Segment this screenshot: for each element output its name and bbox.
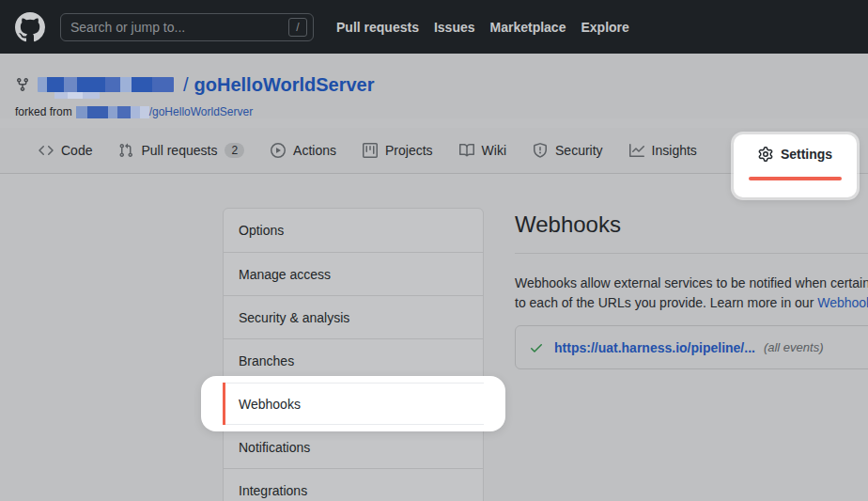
code-icon <box>39 143 54 158</box>
settings-sidebar: Options Manage access Security & analysi… <box>223 208 484 501</box>
redacted-owner-name[interactable] <box>38 77 174 92</box>
repo-forked-icon <box>15 77 30 92</box>
repo-header: / goHelloWorldServer forked from /goHell… <box>0 54 868 118</box>
shield-icon <box>533 143 548 158</box>
tab-security[interactable]: Security <box>519 128 616 173</box>
tab-label: Pull requests <box>141 143 217 158</box>
nav-issues[interactable]: Issues <box>426 20 483 35</box>
webhooks-panel: Webhooks Webhooks allow external service… <box>515 184 868 369</box>
webhook-url-link[interactable]: https://uat.harness.io/pipeline/... <box>554 340 755 355</box>
slash-shortcut-key: / <box>288 18 307 37</box>
nav-pull-requests[interactable]: Pull requests <box>329 20 426 35</box>
page-title: Webhooks <box>515 211 868 238</box>
repo-breadcrumb: / goHelloWorldServer <box>15 72 868 97</box>
repo-name-link[interactable]: goHelloWorldServer <box>194 74 375 96</box>
selected-item-marker <box>223 383 225 425</box>
search-input[interactable] <box>70 20 258 35</box>
sidebar-item-security-analysis[interactable]: Security & analysis <box>224 295 483 338</box>
tab-insights[interactable]: Insights <box>616 128 710 173</box>
sidebar-item-options[interactable]: Options <box>224 209 483 252</box>
nav-marketplace[interactable]: Marketplace <box>483 20 574 35</box>
sidebar-item-label: Security & analysis <box>239 310 349 325</box>
description-line-2: to each of the URLs you provide. Learn m… <box>515 293 868 313</box>
book-icon <box>459 143 474 158</box>
sidebar-item-manage-access[interactable]: Manage access <box>224 252 483 295</box>
nav-explore[interactable]: Explore <box>573 20 636 35</box>
parent-repo-link[interactable]: /goHelloWorldServer <box>149 105 254 118</box>
tab-code[interactable]: Code <box>25 128 105 173</box>
header-nav: Pull requests Issues Marketplace Explore <box>329 20 637 35</box>
webhook-list-item: https://uat.harness.io/pipeline/... (all… <box>515 325 868 369</box>
tab-label: Settings <box>781 147 832 162</box>
redacted-parent-owner <box>76 106 149 118</box>
sidebar-item-label: Integrations <box>239 483 307 498</box>
forked-from-line: forked from /goHelloWorldServer <box>15 105 868 118</box>
title-divider <box>515 253 868 254</box>
sidebar-item-label: Options <box>239 223 284 238</box>
github-settings-page: / Pull requests Issues Marketplace Explo… <box>0 0 868 501</box>
webhooks-description: Webhooks allow external services to be n… <box>515 274 868 313</box>
global-header: / Pull requests Issues Marketplace Explo… <box>0 0 868 54</box>
sidebar-item-label: Notifications <box>239 440 310 455</box>
tab-pull-requests[interactable]: Pull requests 2 <box>105 128 257 173</box>
breadcrumb-separator: / <box>183 74 189 96</box>
description-line-1: Webhooks allow external services to be n… <box>515 274 868 293</box>
pull-requests-count-badge: 2 <box>225 143 244 158</box>
sidebar-item-integrations[interactable]: Integrations <box>224 468 483 501</box>
tab-label: Security <box>555 143 603 158</box>
tab-settings[interactable]: Settings <box>734 134 857 197</box>
github-logo-icon[interactable] <box>15 12 45 42</box>
sidebar-item-label: Manage access <box>239 267 331 282</box>
sidebar-item-label: Branches <box>239 353 294 368</box>
tab-label: Actions <box>293 143 336 158</box>
project-icon <box>363 143 378 158</box>
check-icon <box>529 340 544 355</box>
tab-wiki[interactable]: Wiki <box>446 128 519 173</box>
pull-request-icon <box>118 143 133 158</box>
tab-label: Code <box>61 143 92 158</box>
play-icon <box>271 143 286 158</box>
selected-tab-underline <box>749 177 842 180</box>
gear-icon <box>758 147 773 162</box>
sidebar-item-webhooks[interactable]: Webhooks <box>224 382 483 425</box>
forked-from-label: forked from <box>15 105 72 118</box>
tab-label: Insights <box>652 143 697 158</box>
global-search[interactable]: / <box>60 13 314 41</box>
sidebar-item-label: Webhooks <box>239 397 301 412</box>
tab-projects[interactable]: Projects <box>349 128 446 173</box>
webhooks-guide-link[interactable]: Webhooks Guide <box>817 295 868 310</box>
webhook-events-scope: (all events) <box>764 340 824 354</box>
graph-icon <box>629 143 644 158</box>
tab-actions[interactable]: Actions <box>257 128 349 173</box>
tab-label: Wiki <box>482 143 506 158</box>
tab-label: Projects <box>385 143 433 158</box>
